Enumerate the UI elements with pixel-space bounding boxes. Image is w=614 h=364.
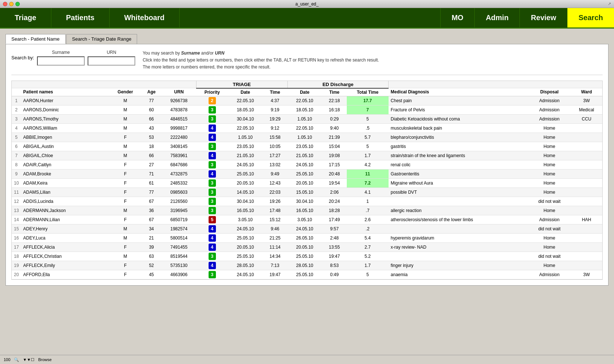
ed-date: 16.05.10: [287, 206, 322, 215]
row-number: 11: [12, 187, 21, 197]
ed-time: 19:47: [322, 252, 347, 261]
ed-date: 3.05.10: [287, 215, 322, 224]
ward: [571, 187, 602, 197]
priority: 2: [196, 96, 228, 105]
table-row[interactable]: 19 AFFLECK,Emily F 52 5735130 4 28.05.10…: [12, 261, 602, 270]
urn-input[interactable]: [88, 56, 135, 66]
disposal: Admission: [528, 270, 571, 279]
col-priority: Priority: [196, 88, 228, 96]
nav-right-group: MO Admin Review Search: [440, 8, 614, 27]
close-button[interactable]: [3, 2, 7, 6]
age: 61: [141, 178, 162, 187]
nav-review[interactable]: Review: [519, 8, 567, 27]
table-row[interactable]: 8 ADAIR,Caitlyn F 27 6847686 3 24.05.10 …: [12, 160, 602, 169]
col-total-time: Total Time: [347, 88, 389, 96]
table-row[interactable]: 1 AARON,Hunter M 77 9266738 2 22.05.10 4…: [12, 96, 602, 105]
urn: 2485332: [162, 178, 196, 187]
triage-date: 25.05.10: [228, 252, 262, 261]
triage-date: 16.05.10: [228, 206, 262, 215]
gender: F: [109, 187, 141, 197]
medical-diagnosis: Migraine without Aura: [389, 178, 528, 187]
total-time: 5.2: [347, 252, 389, 261]
nav-whiteboard[interactable]: Whiteboard: [110, 8, 180, 27]
priority: 3: [196, 114, 228, 123]
triage-time: 21:25: [262, 233, 287, 242]
medical-diagnosis: strain/strain of the knee and ligaments: [389, 151, 528, 160]
table-row[interactable]: 18 AFFLECK,Christian M 63 8519544 3 25.0…: [12, 252, 602, 261]
results-table-container[interactable]: TRIAGE ED Discharge Patient names Gender…: [11, 81, 603, 280]
minimize-button[interactable]: [9, 2, 14, 6]
row-number: 13: [12, 206, 21, 215]
disposal: Home: [528, 261, 571, 270]
table-row[interactable]: 14 ADERMANN,Lilian F 67 6850719 5 3.05.1…: [12, 215, 602, 224]
nav-search[interactable]: Search: [567, 8, 614, 27]
col-urn: URN: [162, 88, 196, 96]
urn: 6850719: [162, 215, 196, 224]
total-time: .7: [347, 206, 389, 215]
table-row[interactable]: 3 AARONS,Timothy M 66 4846515 3 30.04.10…: [12, 114, 602, 123]
triage-date: 25.05.10: [228, 233, 262, 242]
patient-name: AARONS,Timothy: [21, 114, 109, 123]
age: 43: [141, 123, 162, 133]
table-row[interactable]: 15 ADEY,Henry M 34 1982574 4 24.05.10 9:…: [12, 224, 602, 233]
total-time: .2: [347, 224, 389, 233]
table-row[interactable]: 10 ADAM,Keira F 61 2485332 3 20.05.10 12…: [12, 178, 602, 187]
disposal: Admission: [528, 215, 571, 224]
table-row[interactable]: 9 ADAM,Brooke F 71 4732875 4 25.05.10 9:…: [12, 169, 602, 178]
total-time: 2.7: [347, 242, 389, 252]
age: 53: [141, 133, 162, 142]
surname-label: Surname: [52, 50, 70, 55]
patient-name: ADEY,Luca: [21, 233, 109, 242]
patient-name: AFFLECK,Christian: [21, 252, 109, 261]
table-row[interactable]: 12 ADDIS,Lucinda F 67 2126560 3 30.04.10…: [12, 197, 602, 206]
window-controls[interactable]: [3, 2, 20, 6]
table-row[interactable]: 4 AARONS,William M 43 9998817 4 22.05.10…: [12, 123, 602, 133]
gender: M: [109, 105, 141, 114]
triage-time: 11:14: [262, 242, 287, 252]
medical-diagnosis: hyperemis gravidarum: [389, 233, 528, 242]
table-row[interactable]: 7 ABIGAIL,Chloe M 66 7583961 4 21.05.10 …: [12, 151, 602, 160]
gender: F: [109, 215, 141, 224]
nav-mo[interactable]: MO: [440, 8, 474, 27]
nav-admin[interactable]: Admin: [474, 8, 519, 27]
total-time: .5: [347, 123, 389, 133]
ed-time: 17:15: [322, 160, 347, 169]
age: 63: [141, 252, 162, 261]
urn: 7491455: [162, 242, 196, 252]
resize-button[interactable]: ↗: [608, 1, 611, 6]
table-row[interactable]: 11 ADAMS,Lilian F 77 0985603 3 14.05.10 …: [12, 187, 602, 197]
table-row[interactable]: 5 ABBIE,Imogen F 53 2222480 4 1.05.10 15…: [12, 133, 602, 142]
medical-diagnosis: x-ray review- NAD: [389, 242, 528, 252]
medical-diagnosis: finger injury: [389, 261, 528, 270]
triage-date: 24.05.10: [228, 224, 262, 233]
age: 66: [141, 114, 162, 123]
maximize-button[interactable]: [15, 2, 20, 6]
medical-diagnosis: [389, 252, 528, 261]
urn: 8519544: [162, 252, 196, 261]
table-row[interactable]: 13 ADERMANN,Jackson M 36 3196945 3 16.05…: [12, 206, 602, 215]
table-row[interactable]: 16 ADEY,Luca M 21 5800514 4 25.05.10 21:…: [12, 233, 602, 242]
table-row[interactable]: 17 AFFLECK,Alicia F 39 7491455 4 20.05.1…: [12, 242, 602, 252]
surname-input[interactable]: [37, 56, 85, 66]
ward: [571, 178, 602, 187]
gender: M: [109, 151, 141, 160]
triage-date: 23.05.10: [228, 142, 262, 151]
tab-patient-name[interactable]: Search - Patient Name: [5, 34, 66, 44]
age: 71: [141, 169, 162, 178]
disposal: Home: [528, 187, 571, 197]
patient-name: AARONS,Dominic: [21, 105, 109, 114]
nav-patients[interactable]: Patients: [51, 8, 110, 27]
nav-triage[interactable]: Triage: [0, 8, 51, 27]
table-row[interactable]: 20 AFFORD,Ella F 45 4663906 3 24.05.10 1…: [12, 270, 602, 279]
ed-time: 20:24: [322, 197, 347, 206]
total-time: 5.4: [347, 233, 389, 242]
tab-triage-date-range[interactable]: Search - Triage Date Range: [66, 34, 137, 44]
table-row[interactable]: 2 AARONS,Dominic M 60 4783878 3 18.05.10…: [12, 105, 602, 114]
triage-time: 4:37: [262, 96, 287, 105]
row-number: 1: [12, 96, 21, 105]
patient-name: ABIGAIL,Chloe: [21, 151, 109, 160]
ed-time: 13:55: [322, 242, 347, 252]
ward: [571, 151, 602, 160]
gender: F: [109, 242, 141, 252]
table-row[interactable]: 6 ABIGAIL,Austin M 18 3408145 3 23.05.10…: [12, 142, 602, 151]
